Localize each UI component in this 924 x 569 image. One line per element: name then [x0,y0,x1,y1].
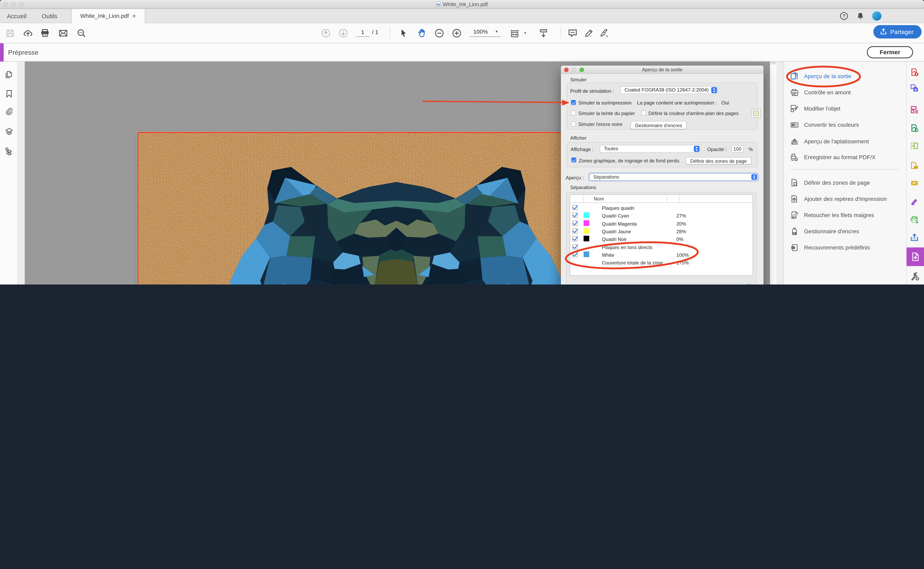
svg-text:?: ? [843,14,845,19]
